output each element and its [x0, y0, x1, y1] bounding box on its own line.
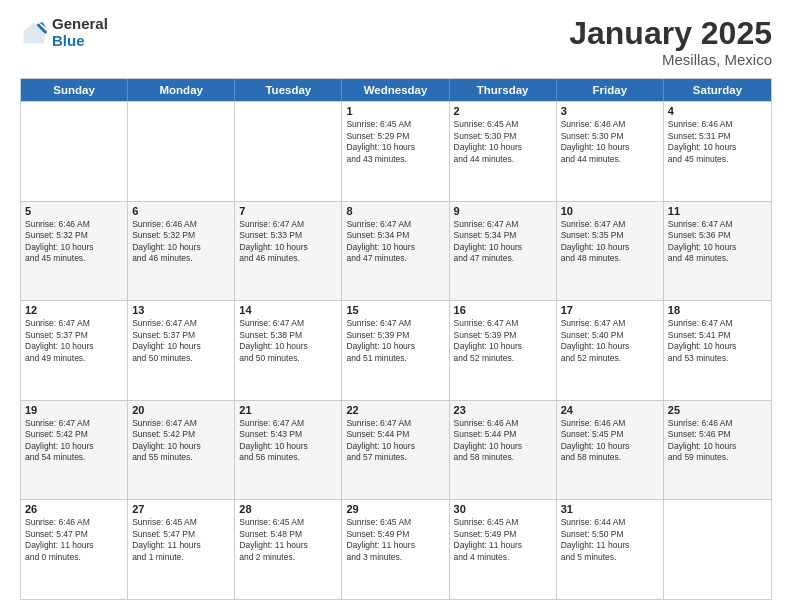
calendar-cell-29: 29Sunrise: 6:45 AM Sunset: 5:49 PM Dayli… [342, 500, 449, 599]
calendar-cell-3: 3Sunrise: 6:46 AM Sunset: 5:30 PM Daylig… [557, 102, 664, 201]
col-header-wednesday: Wednesday [342, 79, 449, 101]
cell-info-17: Sunrise: 6:47 AM Sunset: 5:40 PM Dayligh… [561, 318, 659, 364]
calendar-cell-13: 13Sunrise: 6:47 AM Sunset: 5:37 PM Dayli… [128, 301, 235, 400]
day-number-11: 11 [668, 205, 767, 217]
logo-blue-label: Blue [52, 33, 108, 50]
day-number-31: 31 [561, 503, 659, 515]
day-number-27: 27 [132, 503, 230, 515]
cell-info-1: Sunrise: 6:45 AM Sunset: 5:29 PM Dayligh… [346, 119, 444, 165]
day-number-14: 14 [239, 304, 337, 316]
cell-info-14: Sunrise: 6:47 AM Sunset: 5:38 PM Dayligh… [239, 318, 337, 364]
calendar-cell-16: 16Sunrise: 6:47 AM Sunset: 5:39 PM Dayli… [450, 301, 557, 400]
calendar-cell-26: 26Sunrise: 6:46 AM Sunset: 5:47 PM Dayli… [21, 500, 128, 599]
calendar-cell-4: 4Sunrise: 6:46 AM Sunset: 5:31 PM Daylig… [664, 102, 771, 201]
col-header-tuesday: Tuesday [235, 79, 342, 101]
day-number-3: 3 [561, 105, 659, 117]
day-number-19: 19 [25, 404, 123, 416]
calendar-row-1: 5Sunrise: 6:46 AM Sunset: 5:32 PM Daylig… [21, 201, 771, 301]
cell-info-22: Sunrise: 6:47 AM Sunset: 5:44 PM Dayligh… [346, 418, 444, 464]
day-number-28: 28 [239, 503, 337, 515]
day-number-12: 12 [25, 304, 123, 316]
cell-info-18: Sunrise: 6:47 AM Sunset: 5:41 PM Dayligh… [668, 318, 767, 364]
calendar: SundayMondayTuesdayWednesdayThursdayFrid… [20, 78, 772, 600]
calendar-cell-15: 15Sunrise: 6:47 AM Sunset: 5:39 PM Dayli… [342, 301, 449, 400]
cell-info-31: Sunrise: 6:44 AM Sunset: 5:50 PM Dayligh… [561, 517, 659, 563]
cell-info-16: Sunrise: 6:47 AM Sunset: 5:39 PM Dayligh… [454, 318, 552, 364]
day-number-30: 30 [454, 503, 552, 515]
calendar-header: SundayMondayTuesdayWednesdayThursdayFrid… [21, 79, 771, 101]
cell-info-15: Sunrise: 6:47 AM Sunset: 5:39 PM Dayligh… [346, 318, 444, 364]
calendar-cell-empty-4-6 [664, 500, 771, 599]
day-number-13: 13 [132, 304, 230, 316]
calendar-cell-8: 8Sunrise: 6:47 AM Sunset: 5:34 PM Daylig… [342, 202, 449, 301]
cell-info-6: Sunrise: 6:46 AM Sunset: 5:32 PM Dayligh… [132, 219, 230, 265]
day-number-1: 1 [346, 105, 444, 117]
day-number-20: 20 [132, 404, 230, 416]
calendar-cell-31: 31Sunrise: 6:44 AM Sunset: 5:50 PM Dayli… [557, 500, 664, 599]
cell-info-30: Sunrise: 6:45 AM Sunset: 5:49 PM Dayligh… [454, 517, 552, 563]
cell-info-28: Sunrise: 6:45 AM Sunset: 5:48 PM Dayligh… [239, 517, 337, 563]
calendar-cell-6: 6Sunrise: 6:46 AM Sunset: 5:32 PM Daylig… [128, 202, 235, 301]
day-number-4: 4 [668, 105, 767, 117]
cell-info-21: Sunrise: 6:47 AM Sunset: 5:43 PM Dayligh… [239, 418, 337, 464]
page-title: January 2025 [569, 16, 772, 51]
calendar-cell-2: 2Sunrise: 6:45 AM Sunset: 5:30 PM Daylig… [450, 102, 557, 201]
cell-info-19: Sunrise: 6:47 AM Sunset: 5:42 PM Dayligh… [25, 418, 123, 464]
day-number-2: 2 [454, 105, 552, 117]
calendar-cell-1: 1Sunrise: 6:45 AM Sunset: 5:29 PM Daylig… [342, 102, 449, 201]
col-header-sunday: Sunday [21, 79, 128, 101]
calendar-cell-18: 18Sunrise: 6:47 AM Sunset: 5:41 PM Dayli… [664, 301, 771, 400]
calendar-cell-17: 17Sunrise: 6:47 AM Sunset: 5:40 PM Dayli… [557, 301, 664, 400]
day-number-29: 29 [346, 503, 444, 515]
logo-icon [20, 19, 48, 47]
calendar-cell-19: 19Sunrise: 6:47 AM Sunset: 5:42 PM Dayli… [21, 401, 128, 500]
cell-info-20: Sunrise: 6:47 AM Sunset: 5:42 PM Dayligh… [132, 418, 230, 464]
calendar-cell-empty-0-0 [21, 102, 128, 201]
cell-info-29: Sunrise: 6:45 AM Sunset: 5:49 PM Dayligh… [346, 517, 444, 563]
calendar-cell-7: 7Sunrise: 6:47 AM Sunset: 5:33 PM Daylig… [235, 202, 342, 301]
calendar-cell-9: 9Sunrise: 6:47 AM Sunset: 5:34 PM Daylig… [450, 202, 557, 301]
calendar-cell-23: 23Sunrise: 6:46 AM Sunset: 5:44 PM Dayli… [450, 401, 557, 500]
cell-info-7: Sunrise: 6:47 AM Sunset: 5:33 PM Dayligh… [239, 219, 337, 265]
day-number-21: 21 [239, 404, 337, 416]
calendar-row-3: 19Sunrise: 6:47 AM Sunset: 5:42 PM Dayli… [21, 400, 771, 500]
calendar-cell-24: 24Sunrise: 6:46 AM Sunset: 5:45 PM Dayli… [557, 401, 664, 500]
day-number-25: 25 [668, 404, 767, 416]
day-number-26: 26 [25, 503, 123, 515]
day-number-24: 24 [561, 404, 659, 416]
calendar-row-0: 1Sunrise: 6:45 AM Sunset: 5:29 PM Daylig… [21, 101, 771, 201]
cell-info-8: Sunrise: 6:47 AM Sunset: 5:34 PM Dayligh… [346, 219, 444, 265]
svg-marker-0 [24, 22, 45, 43]
cell-info-5: Sunrise: 6:46 AM Sunset: 5:32 PM Dayligh… [25, 219, 123, 265]
calendar-cell-empty-0-2 [235, 102, 342, 201]
day-number-5: 5 [25, 205, 123, 217]
title-block: January 2025 Mesillas, Mexico [569, 16, 772, 68]
calendar-cell-21: 21Sunrise: 6:47 AM Sunset: 5:43 PM Dayli… [235, 401, 342, 500]
calendar-cell-20: 20Sunrise: 6:47 AM Sunset: 5:42 PM Dayli… [128, 401, 235, 500]
cell-info-2: Sunrise: 6:45 AM Sunset: 5:30 PM Dayligh… [454, 119, 552, 165]
day-number-10: 10 [561, 205, 659, 217]
col-header-thursday: Thursday [450, 79, 557, 101]
calendar-cell-25: 25Sunrise: 6:46 AM Sunset: 5:46 PM Dayli… [664, 401, 771, 500]
calendar-cell-empty-0-1 [128, 102, 235, 201]
cell-info-13: Sunrise: 6:47 AM Sunset: 5:37 PM Dayligh… [132, 318, 230, 364]
calendar-row-2: 12Sunrise: 6:47 AM Sunset: 5:37 PM Dayli… [21, 300, 771, 400]
day-number-9: 9 [454, 205, 552, 217]
cell-info-24: Sunrise: 6:46 AM Sunset: 5:45 PM Dayligh… [561, 418, 659, 464]
calendar-cell-10: 10Sunrise: 6:47 AM Sunset: 5:35 PM Dayli… [557, 202, 664, 301]
location-label: Mesillas, Mexico [569, 51, 772, 68]
calendar-cell-22: 22Sunrise: 6:47 AM Sunset: 5:44 PM Dayli… [342, 401, 449, 500]
logo-text: General Blue [52, 16, 108, 49]
day-number-23: 23 [454, 404, 552, 416]
day-number-17: 17 [561, 304, 659, 316]
cell-info-10: Sunrise: 6:47 AM Sunset: 5:35 PM Dayligh… [561, 219, 659, 265]
calendar-cell-11: 11Sunrise: 6:47 AM Sunset: 5:36 PM Dayli… [664, 202, 771, 301]
calendar-cell-12: 12Sunrise: 6:47 AM Sunset: 5:37 PM Dayli… [21, 301, 128, 400]
calendar-cell-5: 5Sunrise: 6:46 AM Sunset: 5:32 PM Daylig… [21, 202, 128, 301]
cell-info-27: Sunrise: 6:45 AM Sunset: 5:47 PM Dayligh… [132, 517, 230, 563]
cell-info-9: Sunrise: 6:47 AM Sunset: 5:34 PM Dayligh… [454, 219, 552, 265]
cell-info-4: Sunrise: 6:46 AM Sunset: 5:31 PM Dayligh… [668, 119, 767, 165]
col-header-saturday: Saturday [664, 79, 771, 101]
day-number-22: 22 [346, 404, 444, 416]
day-number-8: 8 [346, 205, 444, 217]
